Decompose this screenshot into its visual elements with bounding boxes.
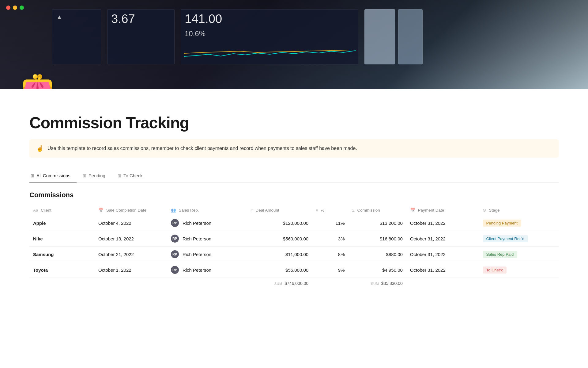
table-sum-row: SUM $746,000.00 SUM $35,830.00 [29,278,559,290]
cell-deal-2: $11,000.00 [247,247,312,262]
info-text: Use this template to record sales commis… [47,145,357,152]
stage-badge-1: Client Payment Rec'd [483,235,528,242]
col-label-paydate: Payment Date [418,208,444,213]
sum-empty-3 [406,278,559,290]
minimize-button[interactable] [13,6,17,10]
cell-commission-2: $880.00 [348,247,406,262]
commissions-table: Aa Client 📅 Sale Completion Date 👥 Sales… [29,205,559,289]
tabs-container: ⊞ All Commissions ⊞ Pending ⊞ To Check [29,170,559,182]
cell-commission-1: $16,800.00 [348,231,406,247]
traffic-lights [6,6,24,10]
header-banner: ▲ 3.67 141.00 10.6% 👛 [0,0,588,89]
cell-pct-1: 3% [312,231,348,247]
info-banner: ☝️ Use this template to record sales com… [29,139,559,158]
cell-paydate-2: October 31, 2022 [406,247,479,262]
cell-stage-1: Client Payment Rec'd [479,231,559,247]
cell-date-0: October 4, 2022 [95,215,167,231]
col-header-paydate: 📅 Payment Date [406,205,479,215]
chart-panel-5 [398,9,423,64]
cell-paydate-1: October 31, 2022 [406,231,479,247]
chart-panel-1: ▲ [52,9,101,64]
wallet-emoji: 👛 [18,72,57,89]
cell-paydate-3: October 31, 2022 [406,262,479,278]
stage-badge-3: To Check [483,266,507,274]
chart-panel-2: 3.67 [107,9,175,64]
col-label-commission: Commission [357,208,380,213]
sum-deal: SUM $746,000.00 [247,278,312,290]
rep-avatar-0: RP [171,219,179,227]
cell-stage-2: Sales Rep Paid [479,247,559,262]
cell-paydate-0: October 31, 2022 [406,215,479,231]
col-header-client: Aa Client [29,205,95,215]
col-label-rep: Sales Rep. [179,208,199,213]
table-row: Nike October 13, 2022 RP Rich Peterson $… [29,231,559,247]
cell-rep-3: RP Rich Peterson [167,262,247,278]
col-header-rep: 👥 Sales Rep. [167,205,247,215]
col-icon-deal: # [251,208,253,213]
col-icon-commission: Σ [352,208,354,213]
tab-pending-label: Pending [89,173,105,178]
col-icon-pct: # [316,208,318,213]
tab-all-icon: ⊞ [31,173,34,178]
cell-client-0: Apple [29,215,95,231]
cell-date-1: October 13, 2022 [95,231,167,247]
sum-deal-label: SUM [274,282,282,286]
col-label-deal: Deal Amount [255,208,279,213]
info-icon: ☝️ [36,145,44,152]
col-label-stage: Stage [489,208,499,213]
panel-3-number: 141.00 [181,10,358,28]
rep-avatar-1: RP [171,235,179,243]
cell-deal-1: $560,000.00 [247,231,312,247]
chart-panel-4 [364,9,395,64]
sum-commission: SUM $35,830.00 [348,278,406,290]
col-header-date: 📅 Sale Completion Date [95,205,167,215]
cell-date-2: October 21, 2022 [95,247,167,262]
table-row: Toyota October 1, 2022 RP Rich Peterson … [29,262,559,278]
section-title: Commissions [29,191,559,199]
table-header-row: Aa Client 📅 Sale Completion Date 👥 Sales… [29,205,559,215]
col-label-date: Sale Completion Date [106,208,146,213]
col-label-pct: % [321,208,324,213]
cell-stage-3: To Check [479,262,559,278]
col-header-stage: ⊙ Stage [479,205,559,215]
sum-commission-value: $35,830.00 [381,281,403,286]
fullscreen-button[interactable] [20,6,24,10]
cell-rep-2: RP Rich Peterson [167,247,247,262]
rep-name-3: Rich Peterson [183,267,211,273]
cell-pct-2: 8% [312,247,348,262]
tab-pending[interactable]: ⊞ Pending [81,170,111,182]
tab-check-icon: ⊞ [118,173,121,178]
cell-stage-0: Pending Payment [479,215,559,231]
panel-2-number: 3.67 [107,10,174,28]
cell-pct-0: 11% [312,215,348,231]
cell-deal-3: $55,000.00 [247,262,312,278]
close-button[interactable] [6,6,10,10]
tab-to-check[interactable]: ⊞ To Check [116,170,149,182]
cell-rep-0: RP Rich Peterson [167,215,247,231]
sum-empty-2 [312,278,348,290]
col-icon-client: Aa [33,208,38,213]
cell-date-3: October 1, 2022 [95,262,167,278]
col-header-deal: # Deal Amount [247,205,312,215]
rep-name-1: Rich Peterson [183,236,211,241]
sum-deal-value: $746,000.00 [285,281,308,286]
cell-commission-3: $4,950.00 [348,262,406,278]
col-header-pct: # % [312,205,348,215]
tab-all-commissions[interactable]: ⊞ All Commissions [29,170,77,182]
tab-check-label: To Check [123,173,143,178]
col-icon-paydate: 📅 [410,208,415,213]
cell-client-1: Nike [29,231,95,247]
table-row: Apple October 4, 2022 RP Rich Peterson $… [29,215,559,231]
tab-pending-icon: ⊞ [83,173,86,178]
tab-all-label: All Commissions [36,173,70,178]
cell-rep-1: RP Rich Peterson [167,231,247,247]
col-header-commission: Σ Commission [348,205,406,215]
rep-name-0: Rich Peterson [183,220,211,226]
cell-deal-0: $120,000.00 [247,215,312,231]
rep-name-2: Rich Peterson [183,252,211,257]
page-title: Commission Tracking [29,113,559,132]
col-icon-stage: ⊙ [483,208,486,213]
rep-avatar-2: RP [171,250,179,258]
wallet-icon: 👛 [18,71,57,89]
table-row: Samsung October 21, 2022 RP Rich Peterso… [29,247,559,262]
